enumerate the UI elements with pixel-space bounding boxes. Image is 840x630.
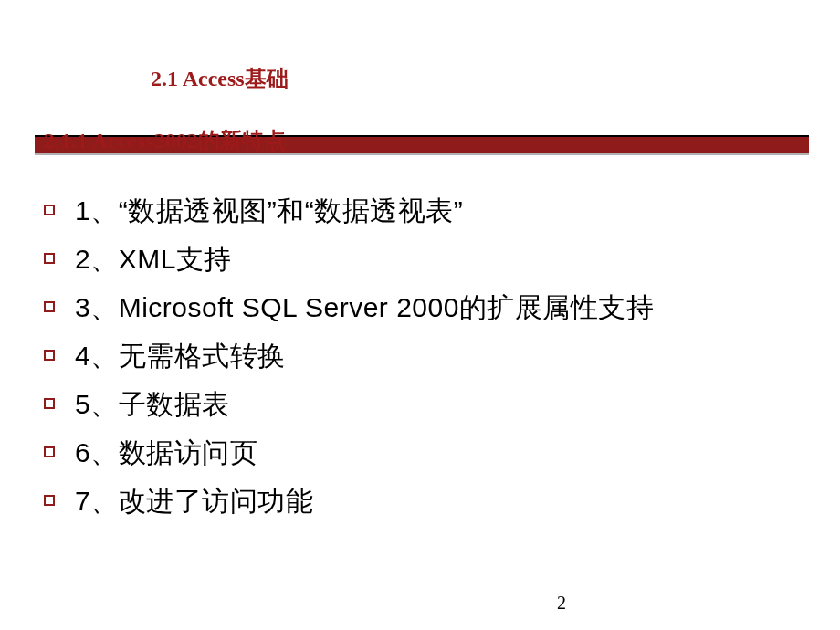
list-item-text: 6、数据访问页 — [75, 432, 257, 473]
bullet-icon — [44, 301, 55, 312]
bullet-icon — [44, 205, 55, 215]
section-title: 2.1 Access基础 — [151, 64, 289, 93]
list-item: 3、Microsoft SQL Server 2000的扩展属性支持 — [44, 287, 796, 328]
list-item: 6、数据访问页 — [44, 432, 796, 473]
list-item-text: 4、无需格式转换 — [75, 335, 286, 376]
bullet-icon — [44, 398, 55, 409]
page-number: 2 — [557, 593, 566, 614]
list-item: 1、“数据透视图”和“数据透视表” — [44, 190, 796, 231]
subsection-title: 2.1.1 Access2002的新特点 — [44, 126, 286, 155]
list-item-text: 2、XML支持 — [75, 238, 232, 279]
list-item: 7、改进了访问功能 — [44, 480, 796, 521]
bullet-icon — [44, 253, 55, 264]
list-item-text: 3、Microsoft SQL Server 2000的扩展属性支持 — [75, 287, 654, 328]
list-item-text: 1、“数据透视图”和“数据透视表” — [75, 190, 463, 231]
bullet-icon — [44, 350, 55, 361]
bullet-icon — [44, 446, 55, 457]
list-item: 2、XML支持 — [44, 238, 796, 279]
list-item-text: 7、改进了访问功能 — [75, 480, 313, 521]
list-item: 5、子数据表 — [44, 383, 796, 425]
list-item: 4、无需格式转换 — [44, 335, 796, 376]
bullet-list: 1、“数据透视图”和“数据透视表” 2、XML支持 3、Microsoft SQ… — [44, 190, 796, 529]
bullet-icon — [44, 495, 55, 506]
list-item-text: 5、子数据表 — [75, 383, 230, 425]
